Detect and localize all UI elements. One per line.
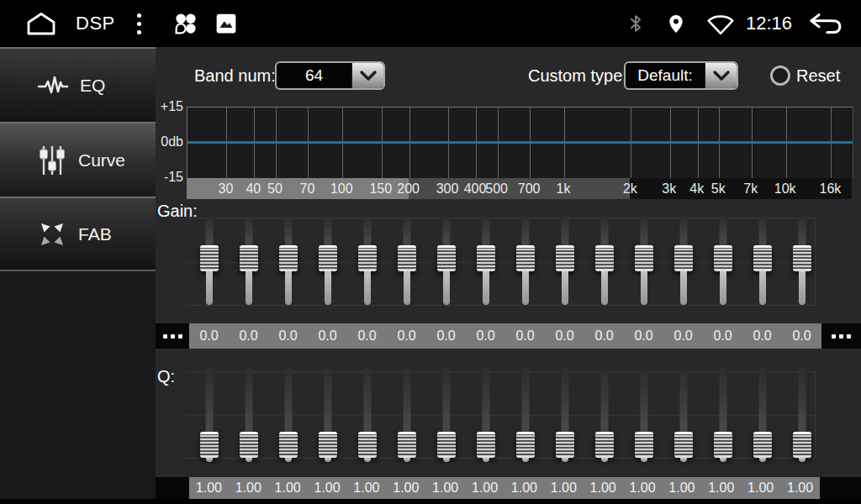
q-slider-knob[interactable]	[279, 432, 298, 458]
custom-type-dropdown[interactable]: Default:	[624, 61, 738, 90]
q-slider-knob[interactable]	[358, 432, 377, 458]
q-slider[interactable]	[584, 367, 624, 464]
reset-radio[interactable]	[770, 66, 790, 86]
gain-value: 0.0	[545, 323, 584, 349]
q-slider[interactable]	[229, 367, 268, 464]
gain-slider-knob[interactable]	[793, 245, 811, 271]
q-slider[interactable]	[703, 367, 742, 464]
gain-slider-knob[interactable]	[753, 245, 772, 271]
freq-tick-label: 300	[436, 178, 459, 199]
q-value: 1.00	[741, 477, 780, 499]
home-icon[interactable]	[25, 11, 57, 36]
chevron-down-icon[interactable]	[351, 63, 383, 88]
back-icon[interactable]	[806, 11, 844, 36]
gain-slider[interactable]	[624, 211, 663, 312]
q-slider[interactable]	[347, 367, 387, 464]
gain-slider[interactable]	[426, 211, 466, 312]
gain-slider-knob[interactable]	[319, 245, 337, 271]
gain-slider-knob[interactable]	[635, 245, 653, 271]
gain-slider[interactable]	[268, 211, 308, 312]
gain-slider[interactable]	[189, 211, 229, 312]
q-slider-knob[interactable]	[556, 432, 574, 458]
gain-slider[interactable]	[229, 211, 268, 312]
gallery-icon[interactable]	[215, 13, 237, 34]
sidebar-item-curve[interactable]: Curve	[0, 122, 156, 197]
gain-slider-knob[interactable]	[477, 245, 495, 271]
q-slider-knob[interactable]	[753, 432, 772, 458]
gain-slider-knob[interactable]	[398, 245, 416, 271]
gain-slider-knob[interactable]	[714, 245, 732, 271]
q-slider[interactable]	[663, 367, 703, 464]
gain-slider[interactable]	[308, 211, 347, 312]
q-value: 1.00	[386, 477, 425, 499]
q-slider[interactable]	[426, 367, 466, 464]
q-slider-knob[interactable]	[240, 432, 258, 458]
q-slider[interactable]	[466, 367, 505, 464]
gain-slider-knob[interactable]	[556, 245, 574, 271]
overflow-menu-icon[interactable]	[137, 13, 141, 34]
freq-tick-label: 5k	[711, 178, 726, 199]
band-num-dropdown[interactable]: 64	[275, 61, 385, 90]
gain-slider[interactable]	[703, 211, 742, 312]
q-slider-knob[interactable]	[793, 432, 811, 458]
q-slider-knob[interactable]	[437, 432, 456, 458]
q-scroll-right-button[interactable]	[820, 477, 861, 499]
freq-tick-label: 2k	[623, 178, 637, 199]
gain-slider-knob[interactable]	[358, 245, 377, 271]
gain-slider-knob[interactable]	[279, 245, 298, 271]
q-slider-knob[interactable]	[319, 432, 337, 458]
apps-clover-icon[interactable]	[173, 11, 198, 36]
q-slider[interactable]	[308, 367, 347, 464]
quad-arrows-icon	[37, 219, 67, 249]
gain-scroll-right-button[interactable]	[821, 323, 861, 349]
q-slider[interactable]	[505, 367, 545, 464]
q-slider[interactable]	[545, 367, 584, 464]
q-slider[interactable]	[268, 367, 308, 464]
q-slider-track	[364, 458, 371, 462]
gain-slider-knob[interactable]	[200, 245, 219, 271]
q-slider-track	[246, 458, 252, 462]
gain-scroll-left-button[interactable]	[156, 323, 189, 349]
freq-tick-label: 400	[464, 178, 487, 199]
q-slider-knob[interactable]	[595, 432, 614, 458]
eq-curve-plot[interactable]	[187, 107, 853, 179]
gain-slider[interactable]	[387, 211, 426, 312]
waveform-icon	[37, 71, 69, 101]
gain-slider-knob[interactable]	[595, 245, 614, 271]
q-slider-knob[interactable]	[516, 432, 535, 458]
gain-slider[interactable]	[505, 211, 545, 312]
gain-slider[interactable]	[347, 211, 387, 312]
q-slider-knob[interactable]	[200, 432, 219, 458]
q-slider-knob[interactable]	[714, 432, 732, 458]
q-slider[interactable]	[189, 367, 229, 464]
frequency-axis[interactable]: 304050701001502003004005007001k2k3k4k5k7…	[187, 178, 852, 199]
gain-slider-knob[interactable]	[240, 245, 258, 271]
gain-slider-knob[interactable]	[437, 245, 456, 271]
q-slider-knob[interactable]	[398, 432, 416, 458]
gain-slider[interactable]	[742, 211, 782, 312]
q-value: 1.00	[544, 477, 584, 499]
sidebar-item-eq[interactable]: EQ	[0, 47, 156, 122]
q-scroll-left-button[interactable]	[156, 477, 189, 499]
q-slider[interactable]	[387, 367, 426, 464]
gain-slider[interactable]	[782, 211, 821, 312]
sidebar-item-fab[interactable]: FAB	[0, 197, 156, 271]
chevron-down-icon[interactable]	[705, 63, 737, 88]
gain-slider-track	[600, 216, 608, 246]
gain-slider[interactable]	[663, 211, 703, 312]
gain-slider-track	[404, 271, 410, 305]
gain-slider-knob[interactable]	[516, 245, 535, 271]
gain-slider[interactable]	[545, 211, 584, 312]
gain-slider[interactable]	[584, 211, 624, 312]
q-slider[interactable]	[742, 367, 782, 464]
q-slider-knob[interactable]	[635, 432, 653, 458]
eq-curve-line	[188, 142, 853, 144]
q-slider[interactable]	[624, 367, 663, 464]
gain-slider-knob[interactable]	[674, 245, 693, 271]
q-label: Q:	[157, 367, 175, 386]
gain-slider[interactable]	[466, 211, 505, 312]
q-slider-track	[799, 458, 806, 462]
q-slider-knob[interactable]	[477, 432, 495, 458]
q-slider-knob[interactable]	[674, 432, 693, 458]
q-slider[interactable]	[782, 367, 821, 464]
